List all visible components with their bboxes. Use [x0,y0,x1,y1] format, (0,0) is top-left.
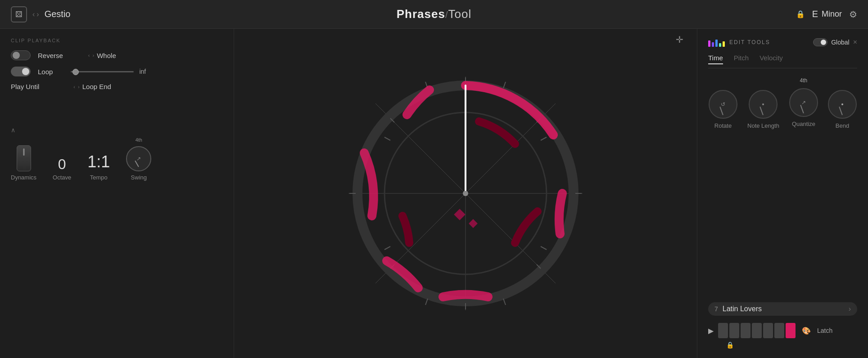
whole-stepper: ‹ › Whole [88,52,116,59]
bottom-knobs: Dynamics 0 Octave 1:1 Tempo 4th ↗ [11,137,223,181]
svg-line-16 [541,137,547,140]
circle-viz-svg [339,67,592,319]
collapse-button[interactable]: ∧ [11,126,223,134]
dynamics-label: Dynamics [11,174,36,181]
svg-rect-22 [454,209,465,220]
pattern-row: ▶ 🎨 Latch [708,323,857,338]
quantize-label: Quantize [792,121,815,127]
right-panel: EDIT TOOLS Global × Time Pitch Velocity … [697,29,868,358]
global-dot[interactable] [813,38,827,46]
key-mode: Minor [822,9,842,19]
circle-visualizer [339,67,592,319]
nav-back[interactable]: ‹ [32,10,35,18]
svg-point-26 [463,191,468,196]
top-bar-left: ⚄ ‹ › Gestio [11,6,70,22]
loop-row: Loop inf [11,67,223,76]
rotate-group: ↺ Rotate [709,77,737,129]
color-bar [708,40,710,47]
rotate-knob[interactable]: ↺ [709,90,737,119]
preset-row[interactable]: 7 Latin Lovers › [708,302,857,316]
pattern-block-6[interactable] [786,323,796,338]
pattern-block-2[interactable] [741,323,750,338]
color-bar [723,41,725,47]
quantize-knob[interactable]: ↗ [789,88,818,117]
swing-value: 4th [136,137,142,143]
left-panel: CLIP PLAYBACK Reverse ‹ › Whole Loop inf [0,29,234,358]
tabs-row: Time Pitch Velocity [708,54,857,68]
note-length-group: Note Length [747,77,779,129]
pattern-block-3[interactable] [752,323,762,338]
close-button[interactable]: × [853,38,857,46]
swing-label: Swing [131,174,147,181]
gear-icon[interactable]: ⚙ [849,9,857,20]
loop-toggle[interactable] [11,67,31,76]
paint-icon[interactable]: 🎨 [802,327,811,335]
quantize-group: 4th ↗ Quantize [789,77,818,129]
preset-arrow[interactable]: › [849,305,851,313]
tempo-group: 1:1 Tempo [87,152,110,181]
bend-label: Bend [836,122,849,129]
reverse-row: Reverse ‹ › Whole [11,50,223,60]
app-title: Gestio [45,9,71,19]
loop-end-next[interactable]: › [78,84,80,90]
color-bars [708,38,725,47]
play-until-row: Play Until ‹ › Loop End [11,83,223,90]
dynamics-group: Dynamics [11,145,36,181]
tempo-label: Tempo [90,174,108,181]
bend-group: Bend [828,77,857,129]
color-bar [715,40,718,47]
tab-time[interactable]: Time [708,54,723,64]
color-bar [719,43,721,47]
loop-end-prev[interactable]: ‹ [73,84,75,90]
loop-slider-thumb[interactable] [72,69,79,75]
whole-next[interactable]: › [93,53,95,58]
edit-tools-left: EDIT TOOLS [708,38,770,47]
latch-label: Latch [817,327,832,334]
nav-forward[interactable]: › [36,10,39,18]
reverse-toggle[interactable] [11,50,31,60]
clip-playback-label: CLIP PLAYBACK [11,38,223,43]
preset-name: Latin Lovers [723,305,844,313]
center-panel: ✛ [234,29,697,358]
octave-group: 0 Octave [53,157,71,181]
edit-tools-header: EDIT TOOLS Global × [708,38,857,47]
preset-number: 7 [714,305,718,313]
swing-knob-indicator: ↗ [136,156,141,162]
whole-value: Whole [97,52,116,59]
svg-line-20 [503,299,506,305]
edit-tools-title: EDIT TOOLS [729,39,770,45]
swing-group: 4th ↗ Swing [126,137,151,181]
bend-knob[interactable] [828,90,857,119]
svg-line-17 [541,246,547,250]
app-icon: ⚄ [11,6,27,22]
note-length-label: Note Length [747,122,779,129]
play-button[interactable]: ▶ [708,327,714,335]
loop-slider-row: inf [71,68,146,75]
whole-prev[interactable]: ‹ [88,53,90,58]
loop-slider-track[interactable] [71,71,134,72]
main-layout: CLIP PLAYBACK Reverse ‹ › Whole Loop inf [0,29,868,358]
pattern-block-4[interactable] [763,323,773,338]
top-bar: ⚄ ‹ › Gestio Phrases/Tool 🔒 E Minor ⚙ [0,0,868,29]
pattern-blocks [718,323,796,338]
loop-end-value: Loop End [82,83,111,90]
lock-icon: 🔒 [796,10,805,18]
note-length-knob[interactable] [749,90,778,119]
loop-label: Loop [38,68,53,76]
pattern-block-1[interactable] [729,323,739,338]
dynamics-knob[interactable] [17,145,31,171]
swing-knob[interactable]: ↗ [126,146,151,171]
key-letter: E [812,9,818,19]
pattern-block-0[interactable] [718,323,728,338]
svg-rect-23 [469,219,478,228]
loop-inf-value: inf [139,68,146,75]
loop-end-stepper: ‹ › Loop End [73,83,111,90]
tab-pitch[interactable]: Pitch [734,54,749,64]
pattern-block-5[interactable] [774,323,784,338]
color-bar [712,42,714,47]
phrases-tool-title: Phrases/Tool [397,7,471,21]
svg-line-19 [384,246,390,250]
play-until-label: Play Until [11,83,39,90]
phrases-label: Phrases [397,7,445,21]
tab-velocity[interactable]: Velocity [760,54,783,64]
